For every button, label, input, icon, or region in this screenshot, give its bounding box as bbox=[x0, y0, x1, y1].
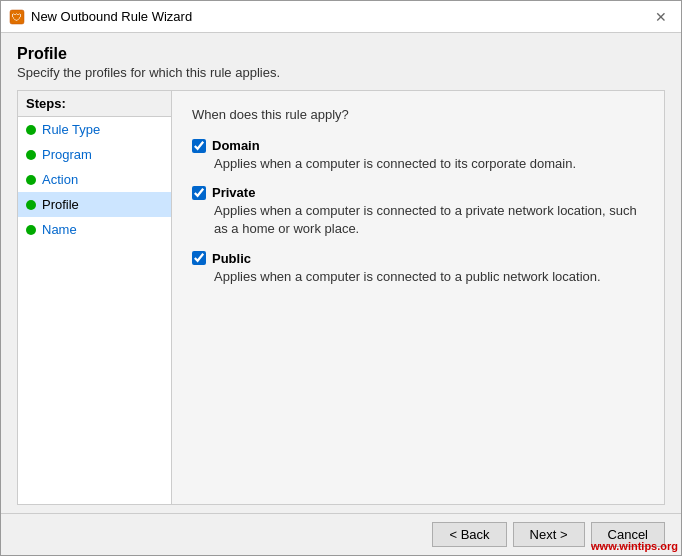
sidebar-item-profile[interactable]: Profile bbox=[18, 192, 171, 217]
domain-label: Domain bbox=[212, 138, 260, 153]
title-bar: 🛡 New Outbound Rule Wizard ✕ bbox=[1, 1, 681, 33]
close-button[interactable]: ✕ bbox=[649, 5, 673, 29]
footer: < Back Next > Cancel bbox=[1, 513, 681, 555]
back-button[interactable]: < Back bbox=[432, 522, 506, 547]
sidebar-item-label: Rule Type bbox=[42, 122, 100, 137]
sidebar-header: Steps: bbox=[18, 91, 171, 117]
private-description: Applies when a computer is connected to … bbox=[214, 202, 644, 238]
public-option: Public Applies when a computer is connec… bbox=[192, 251, 644, 286]
step-dot bbox=[26, 125, 36, 135]
private-checkbox[interactable] bbox=[192, 186, 206, 200]
step-dot bbox=[26, 225, 36, 235]
sidebar-item-label: Action bbox=[42, 172, 78, 187]
sidebar-item-label: Profile bbox=[42, 197, 79, 212]
main-layout: Steps: Rule Type Program Action bbox=[17, 90, 665, 505]
domain-header: Domain bbox=[192, 138, 644, 153]
watermark: www.wintips.org bbox=[591, 540, 678, 552]
sidebar-item-rule-type[interactable]: Rule Type bbox=[18, 117, 171, 142]
private-label: Private bbox=[212, 185, 255, 200]
title-bar-left: 🛡 New Outbound Rule Wizard bbox=[9, 9, 192, 25]
title-bar-title: New Outbound Rule Wizard bbox=[31, 9, 192, 24]
page-title: Profile bbox=[17, 45, 665, 63]
content-area: Profile Specify the profiles for which t… bbox=[1, 33, 681, 513]
public-checkbox[interactable] bbox=[192, 251, 206, 265]
sidebar-item-label: Program bbox=[42, 147, 92, 162]
public-description: Applies when a computer is connected to … bbox=[214, 268, 644, 286]
public-label: Public bbox=[212, 251, 251, 266]
step-dot bbox=[26, 200, 36, 210]
page-subtitle: Specify the profiles for which this rule… bbox=[17, 65, 665, 80]
sidebar-item-action[interactable]: Action bbox=[18, 167, 171, 192]
svg-text:🛡: 🛡 bbox=[12, 12, 22, 23]
sidebar-item-program[interactable]: Program bbox=[18, 142, 171, 167]
main-panel: When does this rule apply? Domain Applie… bbox=[172, 90, 665, 505]
next-button[interactable]: Next > bbox=[513, 522, 585, 547]
sidebar-item-label: Name bbox=[42, 222, 77, 237]
domain-description: Applies when a computer is connected to … bbox=[214, 155, 644, 173]
step-dot bbox=[26, 175, 36, 185]
domain-checkbox[interactable] bbox=[192, 139, 206, 153]
wizard-window: 🛡 New Outbound Rule Wizard ✕ Profile Spe… bbox=[0, 0, 682, 556]
public-header: Public bbox=[192, 251, 644, 266]
domain-option: Domain Applies when a computer is connec… bbox=[192, 138, 644, 173]
sidebar: Steps: Rule Type Program Action bbox=[17, 90, 172, 505]
private-option: Private Applies when a computer is conne… bbox=[192, 185, 644, 238]
step-dot bbox=[26, 150, 36, 160]
sidebar-item-name[interactable]: Name bbox=[18, 217, 171, 242]
question-text: When does this rule apply? bbox=[192, 107, 644, 122]
option-group: Domain Applies when a computer is connec… bbox=[192, 138, 644, 286]
private-header: Private bbox=[192, 185, 644, 200]
wizard-icon: 🛡 bbox=[9, 9, 25, 25]
